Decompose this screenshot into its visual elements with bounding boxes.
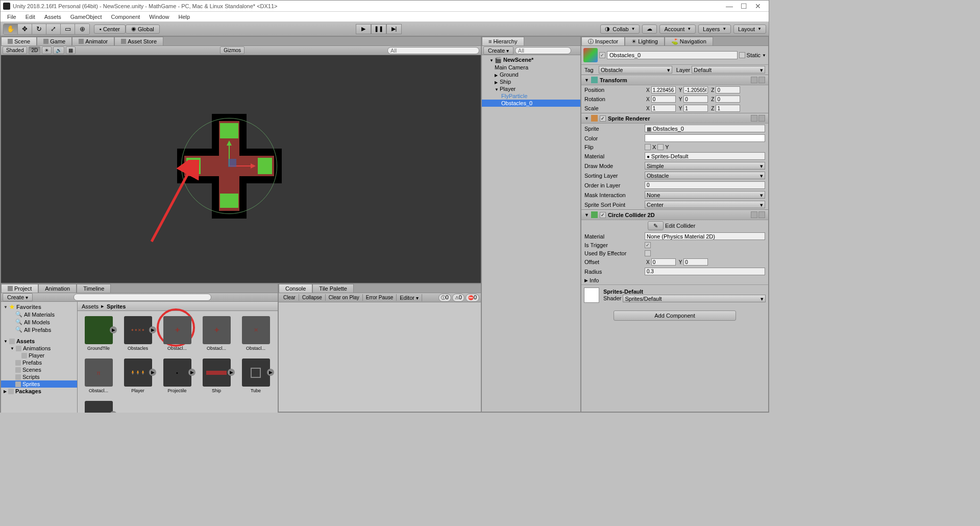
tab-game[interactable]: Game <box>37 37 72 45</box>
tab-animation[interactable]: Animation <box>38 284 77 293</box>
static-checkbox[interactable] <box>739 52 745 58</box>
gizmo-center[interactable] <box>228 159 236 167</box>
fav-models[interactable]: 🔍All Models <box>1 318 77 326</box>
hier-player[interactable]: ▼Player <box>482 85 580 92</box>
draw-mode[interactable]: Simple▾ <box>645 162 765 170</box>
warn-count[interactable]: ⚠0 <box>452 294 464 302</box>
breadcrumb-sprites[interactable]: Sprites <box>107 303 126 309</box>
space-toggle[interactable]: ◉Global <box>126 25 160 34</box>
rotate-tool[interactable]: ↻ <box>32 24 46 34</box>
toggle-2d[interactable]: 2D <box>29 46 40 54</box>
menu-assets[interactable]: Assets <box>40 13 65 21</box>
order-in-layer[interactable] <box>645 181 765 189</box>
project-create[interactable]: Create ▾ <box>3 293 33 301</box>
console-collapse[interactable]: Collapse <box>299 294 326 301</box>
help-icon[interactable] <box>751 77 757 83</box>
account-dropdown[interactable]: Account▼ <box>659 25 696 34</box>
asset-obstacle-1[interactable]: ✚Obstacl... <box>201 316 232 351</box>
hand-tool[interactable]: ✋ <box>4 24 18 34</box>
info-count[interactable]: ⓘ0 <box>438 294 451 302</box>
offset-y[interactable] <box>683 258 708 266</box>
material-field[interactable]: ● Sprites-Default <box>645 152 765 160</box>
breadcrumb-assets[interactable]: Assets <box>82 303 99 309</box>
scene-search[interactable] <box>387 47 479 54</box>
asset-obstacle-0[interactable]: ✚Obstacl... <box>161 316 193 351</box>
tab-animator[interactable]: Animator <box>72 37 114 45</box>
pos-y[interactable] <box>683 86 708 93</box>
maximize-button[interactable]: ☐ <box>741 2 747 10</box>
menu-edit[interactable]: Edit <box>21 13 39 21</box>
hier-main-camera[interactable]: Main Camera <box>482 64 580 71</box>
sprite-renderer-component[interactable]: ▼ Sprite Renderer <box>581 113 768 124</box>
toggle-audio[interactable]: 🔊 <box>53 46 64 54</box>
tab-project[interactable]: Project <box>1 284 38 293</box>
pivot-toggle[interactable]: ▪Center <box>94 25 126 34</box>
close-button[interactable]: ✕ <box>755 2 761 10</box>
sprite-renderer-enabled[interactable] <box>600 115 606 122</box>
minimize-button[interactable]: — <box>726 2 733 10</box>
project-search[interactable] <box>74 294 211 301</box>
console-clear-on-play[interactable]: Clear on Play <box>326 294 363 301</box>
toggle-light[interactable]: ☀ <box>42 46 52 54</box>
menu-window[interactable]: Window <box>145 13 173 21</box>
shader-dropdown[interactable]: Sprites/Default▾ <box>623 295 766 302</box>
gizmos-dropdown[interactable]: Gizmos <box>220 46 244 54</box>
fav-prefabs[interactable]: 🔍All Prefabs <box>1 326 77 333</box>
sprite-field[interactable]: ▦ Obstacles_0 <box>645 125 765 132</box>
favorites-header[interactable]: ▼Favorites <box>1 303 77 310</box>
tab-navigation[interactable]: ⛳ Navigation <box>665 37 713 45</box>
is-trigger[interactable] <box>645 242 651 248</box>
asset-projectile[interactable]: •▶Projectile <box>161 358 193 393</box>
hier-ship[interactable]: ▶Ship <box>482 78 580 85</box>
play-button[interactable]: ▶ <box>356 24 371 34</box>
asset-ship[interactable]: ▶Ship <box>201 358 232 393</box>
edit-collider-button[interactable]: ✎ <box>648 221 664 230</box>
layer-dropdown[interactable]: Default▾ <box>692 66 765 74</box>
menu-gameobject[interactable]: GameObject <box>66 13 106 21</box>
scene-viewport[interactable] <box>1 55 481 283</box>
shading-mode[interactable]: Shaded <box>3 46 27 54</box>
rect-tool[interactable]: ▭ <box>61 24 75 34</box>
folder-scenes[interactable]: Scenes <box>1 366 77 373</box>
flip-x[interactable] <box>645 144 651 150</box>
tab-inspector[interactable]: ⓘ Inspector <box>581 37 625 45</box>
tab-hierarchy[interactable]: ≡ Hierarchy <box>482 37 524 45</box>
move-tool[interactable]: ✥ <box>18 24 32 34</box>
error-count[interactable]: ⛔0 <box>465 294 479 302</box>
scl-z[interactable] <box>716 105 740 112</box>
folder-player[interactable]: Player <box>1 352 77 359</box>
tab-asset-store[interactable]: Asset Store <box>114 37 163 45</box>
circle-collider-component[interactable]: ▼ Circle Collider 2D <box>581 209 768 220</box>
scl-x[interactable] <box>651 105 676 112</box>
collab-dropdown[interactable]: ◑ Collab▼ <box>600 25 640 34</box>
hier-ground[interactable]: ▶Ground <box>482 71 580 78</box>
settings-icon[interactable] <box>758 77 765 83</box>
console-editor[interactable]: Editor ▾ <box>397 294 422 301</box>
step-button[interactable]: ▶| <box>386 24 402 34</box>
asset-obstacle-3[interactable]: πObstacl... <box>83 358 114 393</box>
hierarchy-create[interactable]: Create ▾ <box>483 46 513 55</box>
hierarchy-search[interactable] <box>515 47 571 54</box>
layout-dropdown[interactable]: Layout▼ <box>733 25 766 34</box>
used-by-effector[interactable] <box>645 250 651 256</box>
obstacle-sprite[interactable] <box>177 114 282 219</box>
menu-component[interactable]: Component <box>107 13 144 21</box>
folder-scripts[interactable]: Scripts <box>1 373 77 380</box>
pos-z[interactable] <box>716 86 740 93</box>
rot-y[interactable] <box>683 95 708 103</box>
packages-folder[interactable]: ▶Packages <box>1 388 77 395</box>
asset-player[interactable]: 🧍🧍🧍▶Player <box>122 358 154 393</box>
scl-y[interactable] <box>683 105 708 112</box>
active-checkbox[interactable] <box>599 52 605 58</box>
sorting-layer[interactable]: Obstacle▾ <box>645 172 765 179</box>
phys-material[interactable]: None (Physics Material 2D) <box>645 232 765 240</box>
assets-folder[interactable]: ▼Assets <box>1 338 77 345</box>
sort-point[interactable]: Center▾ <box>645 201 765 208</box>
collider-enabled[interactable] <box>600 212 606 218</box>
menu-file[interactable]: File <box>3 13 20 21</box>
tab-tile-palette[interactable]: Tile Palette <box>312 284 354 293</box>
console-error-pause[interactable]: Error Pause <box>363 294 397 301</box>
rot-z[interactable] <box>716 95 740 103</box>
menu-help[interactable]: Help <box>174 13 194 21</box>
hier-flyparticle[interactable]: FlyParticle <box>482 92 580 100</box>
